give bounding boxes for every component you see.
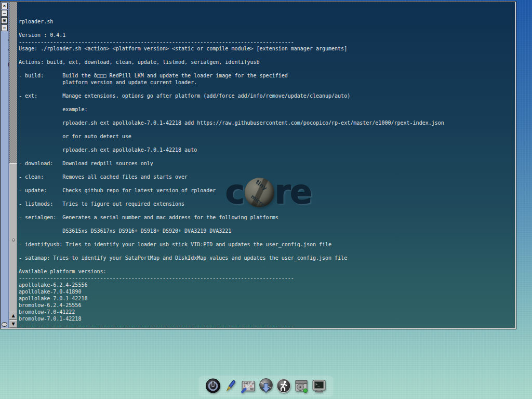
terminal-line: Actions: build, ext, download, clean, up… bbox=[19, 59, 515, 65]
terminal-text: rploader.shVersion : 0.4.1--------------… bbox=[17, 2, 515, 328]
terminal-line bbox=[19, 25, 515, 32]
terminal-line bbox=[19, 113, 515, 119]
terminal-line bbox=[19, 248, 515, 255]
terminal-line bbox=[19, 140, 515, 147]
terminal-line: apollolake-7.0-41890 bbox=[19, 288, 515, 295]
mount-tool-icon[interactable] bbox=[294, 378, 310, 394]
terminal-line: ----------------------------------------… bbox=[19, 38, 515, 45]
terminal-line: - build: Build the ð□□□ RedPill LKM and … bbox=[19, 72, 515, 79]
terminal-line: apollolake-6.2.4-25556 bbox=[19, 282, 515, 288]
maximize-icon[interactable]: ▣ bbox=[1, 17, 8, 24]
terminal-line: rploader.sh ext apollolake-7.0.1-42218 a… bbox=[19, 119, 515, 126]
shade-icon[interactable]: ▫ bbox=[1, 24, 8, 31]
terminal-line: bromolow-6.2.4-25556 bbox=[19, 302, 515, 309]
terminal-line: - clean: Removes all cached files and st… bbox=[19, 174, 515, 180]
terminal-line bbox=[19, 99, 515, 106]
terminal-line: DS3615xs DS3617xs DS916+ DS918+ DS920+ D… bbox=[19, 228, 515, 234]
scroll-down-icon[interactable]: ▼ bbox=[9, 320, 17, 328]
terminal-line bbox=[19, 207, 515, 214]
window-titlebar[interactable]: × – ▣ ▫ Terminal bbox=[1, 2, 9, 328]
apps-icon[interactable] bbox=[258, 378, 274, 394]
terminal-line: bromolow-7.0-41222 bbox=[19, 309, 515, 315]
terminal-line bbox=[19, 180, 515, 187]
titlebar-buttons: × – ▣ ▫ bbox=[1, 3, 8, 31]
terminal-line: ----------------------------------------… bbox=[19, 322, 515, 328]
terminal-line bbox=[19, 52, 515, 59]
terminal-line: or for auto detect use bbox=[19, 133, 515, 140]
power-icon[interactable] bbox=[205, 378, 221, 394]
terminal-line: ----------------------------------------… bbox=[19, 275, 515, 282]
terminal-screen[interactable]: c tiny micro re rploader.shVersion : 0.4… bbox=[17, 2, 515, 328]
desktop: { "window": { "title": "Terminal", "butt… bbox=[0, 0, 532, 399]
terminal-line: - download: Download redpill sources onl… bbox=[19, 160, 515, 167]
scrollbar-thumb[interactable] bbox=[9, 163, 17, 314]
terminal-line bbox=[19, 261, 515, 268]
terminal-line: rploader.sh bbox=[19, 18, 515, 25]
terminal-line: example: bbox=[19, 106, 515, 113]
control-panel-icon[interactable] bbox=[241, 378, 257, 394]
terminal-window: × – ▣ ▫ Terminal ▲ ▼ c tiny micro re rpl… bbox=[0, 1, 516, 329]
terminal-line: bromolow-7.0.1-42218 bbox=[19, 315, 515, 322]
terminal-line: Usage: ./rploader.sh <action> <platform … bbox=[19, 45, 515, 52]
run-icon[interactable] bbox=[276, 378, 292, 394]
close-icon[interactable]: × bbox=[1, 3, 8, 9]
terminal-line: - listmods: Tries to figure out required… bbox=[19, 201, 515, 207]
terminal-line bbox=[19, 153, 515, 160]
terminal-line: apollolake-7.0.1-42218 bbox=[19, 295, 515, 302]
terminal-line bbox=[19, 167, 515, 174]
terminal-line: rploader.sh ext apollolake-7.0.1-42218 a… bbox=[19, 147, 515, 153]
terminal-line: platform version and update current load… bbox=[19, 79, 515, 86]
terminal-line bbox=[19, 126, 515, 133]
terminal-scrollbar[interactable]: ▲ ▼ bbox=[9, 2, 17, 328]
terminal-line bbox=[19, 65, 515, 72]
terminal-output: rploader.shVersion : 0.4.1--------------… bbox=[19, 18, 515, 328]
terminal-line: - serialgen: Generates a serial number a… bbox=[19, 214, 515, 221]
terminal-line: - ext: Manage extensions, options go aft… bbox=[19, 92, 515, 99]
terminal-line bbox=[19, 86, 515, 92]
terminal-line bbox=[19, 234, 515, 241]
terminal-icon[interactable]: >_ bbox=[311, 378, 327, 394]
terminal-line bbox=[19, 194, 515, 201]
terminal-line: - update: Checks github repo for latest … bbox=[19, 187, 515, 194]
terminal-line: - identifyusb: Tries to identify your lo… bbox=[19, 241, 515, 248]
scrollbar-thumb-dimple bbox=[12, 238, 15, 242]
terminal-line: Available platform versions: bbox=[19, 268, 515, 275]
pen-icon[interactable] bbox=[223, 378, 239, 394]
terminal-line: Version : 0.4.1 bbox=[19, 32, 515, 38]
dock: >_ bbox=[199, 376, 334, 397]
titlebar-menu-button[interactable] bbox=[2, 322, 7, 327]
scroll-up-icon[interactable]: ▲ bbox=[9, 312, 17, 320]
terminal-line bbox=[19, 221, 515, 228]
svg-text:>_: >_ bbox=[315, 382, 320, 387]
minimize-icon[interactable]: – bbox=[1, 10, 8, 17]
terminal-line: - satamap: Tries to identify your SataPo… bbox=[19, 255, 515, 261]
